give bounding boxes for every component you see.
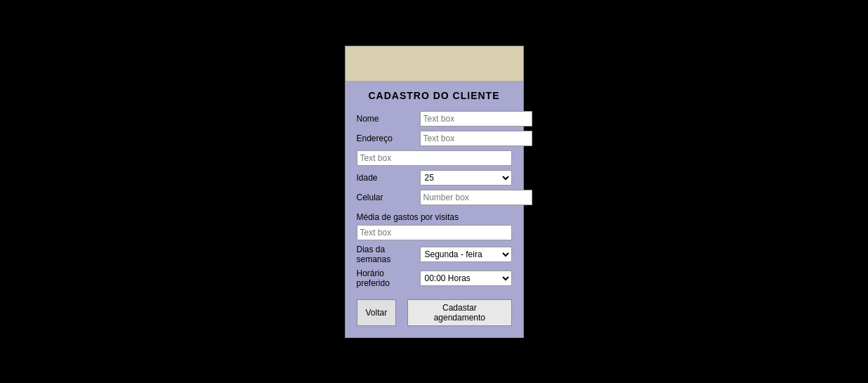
celular-row: Celular: [357, 190, 512, 205]
window-header: [346, 46, 523, 82]
nome-input[interactable]: [420, 111, 532, 126]
idade-label: Idade: [357, 173, 420, 183]
media-input[interactable]: [357, 225, 512, 240]
horario-row: Horário preferido 00:00 Horas 08:00 Hora…: [357, 268, 512, 288]
celular-label: Celular: [357, 193, 420, 202]
main-window: CADASTRO DO CLIENTE Nome Endereço Idade …: [345, 46, 524, 338]
nome-row: Nome: [357, 111, 512, 126]
endereco-label: Endereço: [357, 134, 420, 143]
form-title: CADASTRO DO CLIENTE: [357, 90, 512, 101]
horario-label: Horário preferido: [357, 268, 420, 288]
cadastrar-button[interactable]: Cadastar agendamento: [407, 299, 511, 326]
voltar-button[interactable]: Voltar: [357, 299, 397, 326]
dias-select[interactable]: Segunda - feira Terça - feira Quarta - f…: [420, 247, 512, 262]
dias-label: Dias da semanas: [357, 245, 420, 264]
horario-select[interactable]: 00:00 Horas 08:00 Horas 09:00 Horas 10:0…: [420, 271, 512, 286]
dias-row: Dias da semanas Segunda - feira Terça - …: [357, 245, 512, 264]
nome-label: Nome: [357, 114, 420, 124]
endereco-input[interactable]: [420, 131, 532, 146]
window-body: CADASTRO DO CLIENTE Nome Endereço Idade …: [346, 82, 523, 337]
endereco-row: Endereço: [357, 131, 512, 146]
idade-select[interactable]: 25 18 20 30 40: [420, 170, 512, 186]
idade-row: Idade 25 18 20 30 40: [357, 170, 512, 186]
endereco2-input[interactable]: [357, 150, 512, 166]
button-row: Voltar Cadastar agendamento: [357, 299, 512, 326]
media-label: Média de gastos por visitas: [357, 212, 512, 222]
celular-input[interactable]: [420, 190, 532, 205]
